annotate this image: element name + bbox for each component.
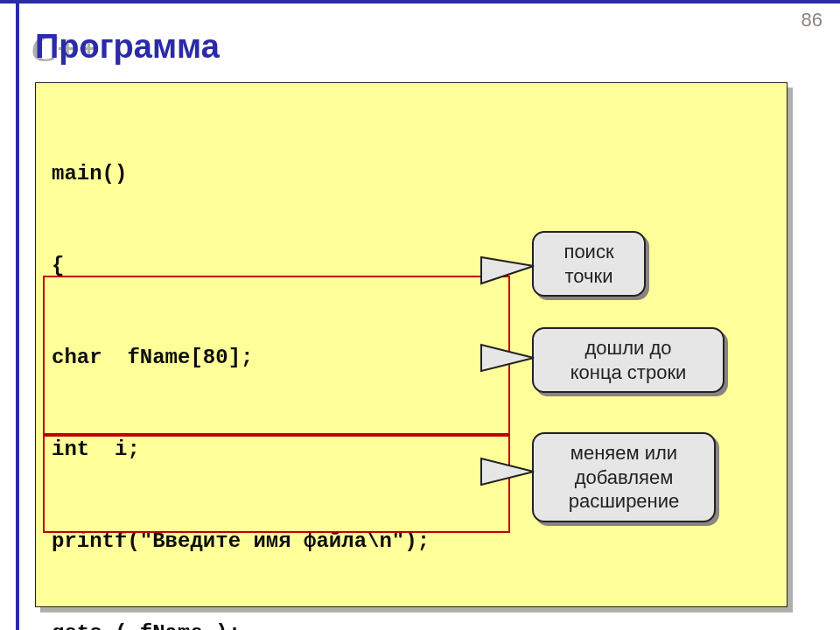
callout-line: меняем или — [570, 442, 677, 464]
callout-end-of-string: дошли до конца строки — [532, 327, 724, 393]
slide-title: Программа — [35, 28, 220, 66]
callout-line: конца строки — [570, 361, 687, 383]
code-line: gets ( fName ); — [52, 618, 771, 630]
callout-line: расширение — [569, 490, 680, 512]
side-accent-line — [16, 4, 19, 630]
callout-line: точки — [565, 265, 613, 287]
callout-line: добавляем — [575, 466, 674, 488]
code-line: { — [52, 250, 771, 281]
code-line: main() — [52, 158, 771, 189]
callout-line: дошли до — [584, 337, 671, 359]
slide: 86 C++ Программа main() { char fName[80]… — [0, 0, 840, 630]
callout-search-dot: поиск точки — [532, 231, 646, 297]
code-line: printf("Введите имя файла\n"); — [52, 526, 771, 556]
callout-change-extension: меняем или добавляем расширение — [532, 432, 716, 522]
page-number: 86 — [802, 9, 822, 32]
callout-line: поиск — [564, 241, 613, 262]
